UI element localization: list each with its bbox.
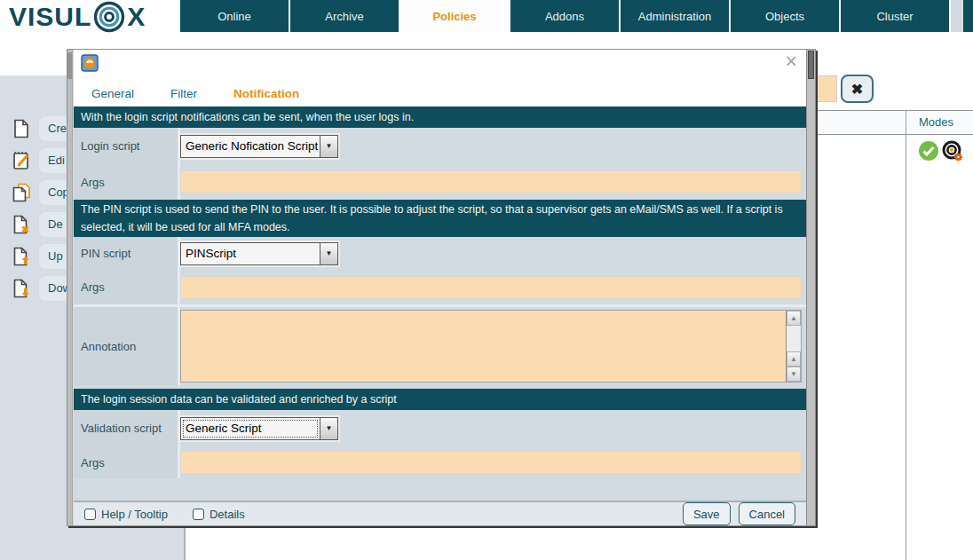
tab-filter[interactable]: Filter	[170, 87, 197, 100]
pin-script-select[interactable]: PINScript ▼	[180, 242, 338, 265]
scroll-up-icon[interactable]: ▲	[787, 351, 801, 367]
delete-icon	[11, 214, 32, 235]
pin-script-label: PIN script	[74, 237, 178, 270]
textarea-scrollbar[interactable]: ▲ ▲ ▼	[786, 311, 801, 382]
tab-notification[interactable]: Notification	[233, 87, 299, 100]
modes-column-header: Modes	[919, 115, 953, 129]
validation-section-header: The login session data can be validated …	[74, 389, 806, 410]
top-navbar: VISUL X Online Archive Policies Addons A…	[0, 0, 973, 32]
validation-args-label: Args	[74, 446, 178, 478]
nav-tab-online[interactable]: Online	[180, 0, 289, 32]
dialog-tabs: General Filter Notification	[91, 87, 299, 100]
gear-icon	[954, 154, 962, 162]
logo-text-right: X	[127, 2, 146, 32]
tab-general[interactable]: General	[91, 87, 134, 100]
notification-dialog-icon	[81, 54, 99, 72]
upload-icon	[11, 246, 32, 267]
nav-tab-archive[interactable]: Archive	[290, 0, 399, 32]
dialog-body: With the login script notifications can …	[74, 106, 806, 501]
annotation-label: Annotation	[74, 307, 178, 385]
validation-script-select[interactable]: Generic Script ▼	[180, 417, 338, 440]
nav-tab-administration[interactable]: Administration	[621, 0, 729, 32]
notification-dialog: × General Filter Notification With the l…	[67, 49, 816, 526]
annotation-textarea[interactable]: ▲ ▲ ▼	[180, 310, 802, 383]
logo-text-left: VISUL	[9, 2, 91, 32]
nav-tab-partial[interactable]	[963, 0, 973, 32]
edit-icon	[11, 150, 32, 171]
dialog-right-scrollbar[interactable]	[806, 50, 815, 525]
pin-script-row: PIN script PINScript ▼	[74, 237, 806, 270]
login-section-header: With the login script notifications can …	[74, 106, 806, 128]
dialog-titlebar: × General Filter Notification	[74, 50, 806, 106]
chevron-down-icon[interactable]: ▼	[320, 243, 337, 264]
nav-tabs: Online Archive Policies Addons Administr…	[180, 0, 951, 32]
logo-rings-icon	[92, 0, 126, 34]
nav-tab-policies[interactable]: Policies	[400, 0, 509, 32]
visulox-logo: VISUL X	[9, 1, 146, 33]
login-script-select[interactable]: Generic Nofication Script ▼	[180, 135, 338, 158]
validation-script-row: Validation script Generic Script ▼	[74, 410, 806, 446]
validation-args-input[interactable]	[180, 451, 802, 474]
login-script-row: Login script Generic Nofication Script ▼	[74, 128, 806, 164]
nav-tab-cluster[interactable]: Cluster	[841, 0, 949, 32]
scroll-up-icon[interactable]: ▲	[787, 311, 801, 326]
validation-args-row: Args	[74, 446, 806, 478]
details-checkbox[interactable]	[193, 509, 204, 520]
annotation-row: Annotation ▲ ▲ ▼	[74, 304, 806, 385]
validation-script-label: Validation script	[74, 410, 178, 446]
copy-icon	[11, 182, 32, 203]
nav-tab-addons[interactable]: Addons	[510, 0, 619, 32]
close-icon[interactable]: ×	[786, 51, 797, 72]
save-button[interactable]: Save	[683, 502, 731, 525]
table-row-modes-cell	[918, 140, 964, 163]
cancel-button[interactable]: Cancel	[739, 502, 795, 525]
pin-args-label: Args	[74, 270, 178, 304]
help-tooltip-checkbox[interactable]	[84, 509, 96, 520]
nav-tab-objects[interactable]: Objects	[731, 0, 839, 32]
pin-section-header: The PIN script is used to send the PIN t…	[74, 200, 806, 237]
dialog-left-scrollbar[interactable]	[67, 50, 73, 525]
chevron-down-icon[interactable]: ▼	[320, 418, 337, 439]
login-args-row: Args	[74, 164, 806, 200]
dialog-footer: Help / Tooltip Details Save Cancel	[74, 501, 806, 525]
download-icon	[11, 278, 32, 299]
pin-args-row: Args	[74, 270, 806, 304]
help-tooltip-label: Help / Tooltip	[101, 508, 168, 521]
clear-filter-icon: ✖	[851, 81, 863, 98]
chevron-down-icon[interactable]: ▼	[320, 136, 337, 157]
pin-args-input[interactable]	[180, 276, 802, 299]
scroll-down-icon[interactable]: ▼	[787, 367, 801, 382]
login-args-label: Args	[74, 164, 178, 200]
login-script-label: Login script	[74, 128, 178, 164]
create-document-icon	[11, 118, 32, 139]
details-label: Details	[210, 508, 245, 521]
clear-filter-button[interactable]: ✖	[841, 75, 874, 103]
screen: VISUL X Online Archive Policies Addons A…	[0, 0, 973, 560]
mode-mfa-target-icon[interactable]	[941, 140, 964, 163]
login-args-input[interactable]	[180, 170, 802, 193]
column-divider	[906, 110, 906, 560]
mode-enabled-icon[interactable]	[918, 140, 939, 162]
